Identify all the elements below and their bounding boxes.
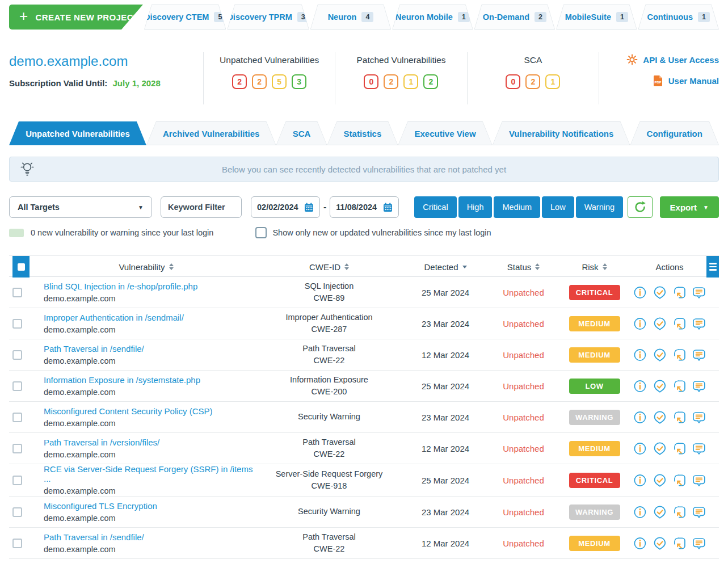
tab[interactable]: SCA xyxy=(276,121,327,145)
verify-check-icon[interactable] xyxy=(653,504,667,520)
verify-check-icon[interactable] xyxy=(653,473,667,488)
vulnerability-link[interactable]: Misconfigured TLS Encryption xyxy=(44,501,258,511)
retest-icon[interactable] xyxy=(672,441,687,456)
project-tab[interactable]: On-Demand 2 xyxy=(474,5,555,30)
info-icon[interactable] xyxy=(633,536,647,551)
vulnerability-link[interactable]: Misconfigured Content Security Policy (C… xyxy=(44,406,258,416)
retest-icon[interactable] xyxy=(672,473,687,488)
retest-icon[interactable] xyxy=(672,285,687,300)
info-icon[interactable] xyxy=(633,504,647,520)
comment-icon[interactable] xyxy=(692,536,706,551)
risk-badge: CRITICAL xyxy=(569,285,620,300)
severity-filter-button[interactable]: Warning xyxy=(576,196,623,218)
project-tab[interactable]: Neuron 4 xyxy=(310,5,391,30)
comment-icon[interactable] xyxy=(692,379,706,394)
info-icon[interactable] xyxy=(633,285,647,300)
info-icon[interactable] xyxy=(633,347,647,363)
comment-icon[interactable] xyxy=(692,347,706,363)
row-checkbox[interactable] xyxy=(12,288,22,297)
sort-icon xyxy=(535,263,540,270)
refresh-button[interactable] xyxy=(628,196,653,218)
vulnerability-link[interactable]: Information Exposure in /systemstate.php xyxy=(44,375,258,385)
row-checkbox[interactable] xyxy=(12,476,22,485)
project-tabs: Discovery CTEM 5 Discovery TPRM 3 Neuron… xyxy=(144,5,719,30)
row-checkbox[interactable] xyxy=(12,319,22,329)
export-button[interactable]: Export ▼ xyxy=(660,196,719,218)
comment-icon[interactable] xyxy=(692,316,706,331)
comment-icon[interactable] xyxy=(692,410,706,425)
comment-icon[interactable] xyxy=(692,473,706,488)
retest-icon[interactable] xyxy=(672,347,687,363)
info-icon[interactable] xyxy=(633,379,647,394)
retest-icon[interactable] xyxy=(672,410,687,425)
vulnerability-link[interactable]: Path Traversal in /version/files/ xyxy=(44,438,258,447)
keyword-filter-input[interactable] xyxy=(161,196,242,218)
verify-check-icon[interactable] xyxy=(653,316,667,331)
user-manual-link[interactable]: PDF User Manual xyxy=(653,75,719,87)
row-checkbox-cell xyxy=(9,413,34,422)
severity-filter-button[interactable]: Critical xyxy=(414,196,456,218)
tab[interactable]: Unpatched Vulnerabilities xyxy=(9,121,146,145)
comment-icon[interactable] xyxy=(692,441,706,456)
calendar-icon[interactable] xyxy=(304,203,314,212)
project-tab[interactable]: Discovery CTEM 5 xyxy=(144,5,226,30)
info-icon[interactable] xyxy=(633,441,647,456)
project-tab[interactable]: Neuron Mobile 1 xyxy=(392,5,473,30)
project-tab-count-badge: 3 xyxy=(297,12,309,22)
project-tab[interactable]: Continuous 1 xyxy=(638,5,719,30)
column-header-status[interactable]: Status xyxy=(491,262,556,272)
row-checkbox[interactable] xyxy=(12,350,22,360)
column-header-detected[interactable]: Detected xyxy=(400,262,491,272)
row-checkbox[interactable] xyxy=(12,413,22,422)
verify-check-icon[interactable] xyxy=(653,410,667,425)
cwe-cell: Server-Side Request Forgery CWE-918 xyxy=(258,468,400,492)
row-checkbox[interactable] xyxy=(12,444,22,453)
create-new-project-button[interactable]: + CREATE NEW PROJECT xyxy=(9,5,143,30)
date-to-field[interactable]: 11/08/2024 xyxy=(330,196,399,218)
retest-icon[interactable] xyxy=(672,379,687,394)
tab[interactable]: Executive View xyxy=(398,121,492,145)
verify-check-icon[interactable] xyxy=(653,285,667,300)
date-from-field[interactable]: 02/02/2024 xyxy=(251,196,320,218)
verify-check-icon[interactable] xyxy=(653,536,667,551)
vulnerability-link[interactable]: Path Traversal in /sendfile/ xyxy=(44,344,258,354)
column-header-cwe-id[interactable]: CWE-ID xyxy=(258,262,400,272)
vulnerability-link[interactable]: Improper Authentication in /sendmail/ xyxy=(44,313,258,322)
show-new-checkbox[interactable] xyxy=(255,227,267,238)
column-header-risk[interactable]: Risk xyxy=(556,262,633,272)
retest-icon[interactable] xyxy=(672,504,687,520)
retest-icon[interactable] xyxy=(672,536,687,551)
tab[interactable]: Vulnerability Notifications xyxy=(493,121,630,145)
comment-icon[interactable] xyxy=(692,285,706,300)
retest-icon[interactable] xyxy=(672,316,687,331)
row-checkbox[interactable] xyxy=(12,507,22,517)
vulnerability-link[interactable]: Path Traversal in /sendfile/ xyxy=(44,532,258,542)
info-icon[interactable] xyxy=(633,473,647,488)
tab[interactable]: Statistics xyxy=(327,121,398,145)
calendar-icon[interactable] xyxy=(383,203,393,212)
info-icon[interactable] xyxy=(633,410,647,425)
verify-check-icon[interactable] xyxy=(653,347,667,363)
info-icon[interactable] xyxy=(633,316,647,331)
row-checkbox[interactable] xyxy=(12,381,22,391)
row-checkbox[interactable] xyxy=(12,539,22,548)
sort-icon xyxy=(344,263,349,270)
api-user-access-link[interactable]: API & User Access xyxy=(626,54,719,65)
severity-filter-button[interactable]: High xyxy=(458,196,493,218)
vulnerability-link[interactable]: Blind SQL Injection in /e-shop/profile.p… xyxy=(44,281,258,291)
targets-select[interactable]: All Targets ▼ xyxy=(9,196,152,218)
risk-cell: CRITICAL xyxy=(556,285,633,300)
verify-check-icon[interactable] xyxy=(653,379,667,394)
comment-icon[interactable] xyxy=(692,504,706,520)
hamburger-icon[interactable] xyxy=(706,256,719,278)
select-all-checkbox[interactable] xyxy=(12,256,30,278)
tab[interactable]: Archived Vulnerabilities xyxy=(146,121,276,145)
severity-filter-button[interactable]: Low xyxy=(542,196,574,218)
tab[interactable]: Configuration xyxy=(630,121,719,145)
vulnerability-link[interactable]: RCE via Server-Side Request Forgery (SSR… xyxy=(44,464,258,483)
verify-check-icon[interactable] xyxy=(653,441,667,456)
project-tab[interactable]: MobileSuite 1 xyxy=(556,5,637,30)
project-tab[interactable]: Discovery TPRM 3 xyxy=(227,5,309,30)
severity-filter-button[interactable]: Medium xyxy=(494,196,540,218)
column-header-vulnerability[interactable]: Vulnerability xyxy=(34,262,258,272)
